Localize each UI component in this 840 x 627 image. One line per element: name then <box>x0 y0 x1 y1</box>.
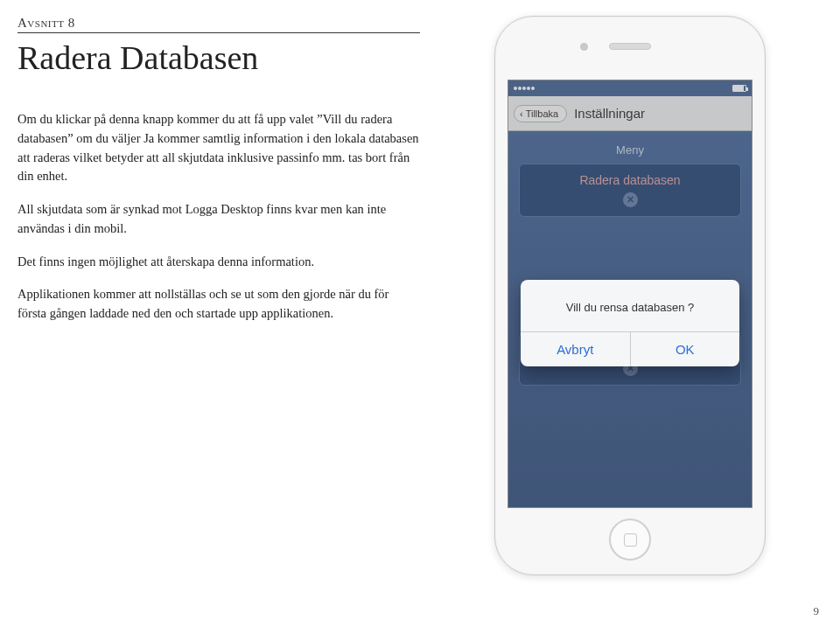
signal-icon <box>514 87 535 90</box>
back-label: Tillbaka <box>526 108 559 119</box>
nav-bar: ‹ Tillbaka Inställningar <box>508 96 752 131</box>
alert-message: Vill du rensa databasen ? <box>521 280 739 331</box>
chevron-left-icon: ‹ <box>520 108 523 119</box>
cell-radera-databasen[interactable]: Radera databasen ✕ <box>519 164 741 217</box>
battery-icon <box>732 85 746 92</box>
paragraph: All skjutdata som är synkad mot Logga De… <box>18 200 420 239</box>
status-bar <box>508 80 752 96</box>
phone-screen: ‹ Tillbaka Inställningar Meny Radera dat… <box>508 80 752 508</box>
home-button[interactable] <box>609 519 651 561</box>
screen-content: Meny Radera databasen ✕ Anslagsenergi ✕ <box>508 131 752 417</box>
paragraph: Applikationen kommer att nollställas och… <box>18 285 420 324</box>
divider <box>18 32 420 33</box>
cell-label: Radera databasen <box>530 173 730 187</box>
home-icon <box>624 533 637 547</box>
phone-camera <box>580 43 588 51</box>
close-icon: ✕ <box>623 192 638 207</box>
section-label: Avsnitt 8 <box>18 16 420 31</box>
back-button[interactable]: ‹ Tillbaka <box>514 105 567 122</box>
nav-title: Inställningar <box>574 106 645 121</box>
section-header-meny: Meny <box>519 143 741 157</box>
phone-mockup: ‹ Tillbaka Inställningar Meny Radera dat… <box>494 16 766 575</box>
paragraph: Om du klickar på denna knapp kommer du a… <box>18 110 420 186</box>
page-title: Radera Databasen <box>18 38 420 77</box>
body-text: Om du klickar på denna knapp kommer du a… <box>18 110 420 324</box>
page-number: 9 <box>814 604 820 618</box>
alert-ok-button[interactable]: OK <box>631 332 740 366</box>
alert-dialog: Vill du rensa databasen ? Avbryt OK <box>521 280 739 366</box>
phone-speaker <box>609 43 651 50</box>
paragraph: Det finns ingen möjlighet att återskapa … <box>18 253 420 272</box>
alert-cancel-button[interactable]: Avbryt <box>521 332 631 366</box>
